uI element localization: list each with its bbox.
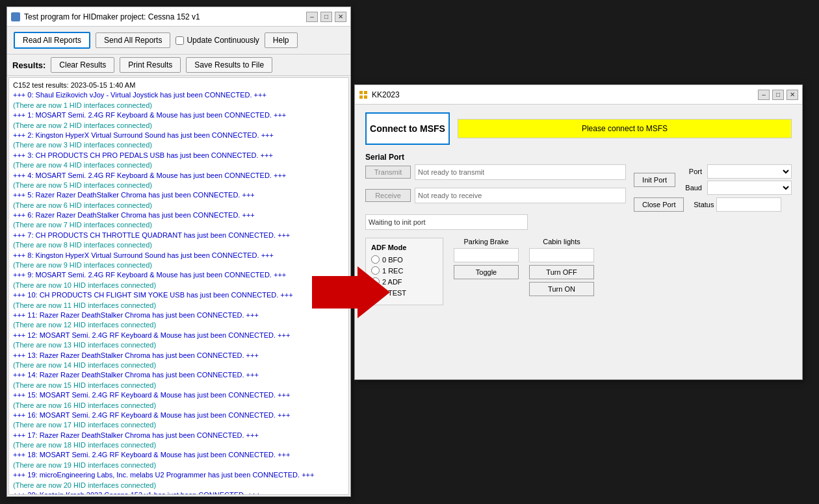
turn-on-button[interactable]: Turn ON [529, 282, 594, 296]
clear-results-button[interactable]: Clear Results [51, 57, 114, 73]
list-item: (There are now 7 HID interfaces connecte… [13, 220, 344, 230]
list-item: (There are now 13 HID interfaces connect… [13, 340, 344, 350]
list-item: +++ 16: MOSART Semi. 2.4G RF Keyboard & … [13, 410, 344, 420]
main-window-icon [11, 12, 20, 21]
adf-option-0[interactable]: 0 BFO [371, 255, 437, 264]
transmit-button[interactable]: Transmit [365, 166, 411, 179]
results-label: Results: [12, 60, 46, 70]
cabin-lights-section: Cabin lights Turn OFF Turn ON [529, 238, 594, 305]
print-results-button[interactable]: Print Results [120, 57, 181, 73]
list-item: (There are now 6 HID interfaces connecte… [13, 201, 344, 210]
second-window: KK2023 – □ ✕ Connect to MSFS Please conn… [354, 84, 803, 380]
port-row: Port [679, 164, 792, 179]
status-field [716, 197, 781, 212]
list-item: (There are now 9 HID interfaces connecte… [13, 260, 344, 270]
main-window-title: Test program for HIDmaker project: Cessn… [24, 12, 200, 21]
svg-rect-3 [359, 95, 363, 99]
port-select[interactable] [707, 164, 792, 179]
second-window-icon [359, 90, 368, 99]
list-item: +++ 18: MOSART Semi. 2.4G RF Keyboard & … [13, 450, 344, 460]
arrow-icon [312, 266, 390, 318]
svg-rect-2 [364, 91, 367, 94]
title-bar-controls: – □ ✕ [306, 12, 346, 22]
transmit-row: Transmit [365, 164, 626, 180]
list-item: (There are now 4 HID interfaces connecte… [13, 160, 344, 170]
close-port-button[interactable]: Close Port [634, 197, 684, 212]
second-content: Connect to MSFS Please connect to MSFS S… [355, 105, 802, 379]
list-item: (There are now 15 HID interfaces connect… [13, 381, 344, 390]
adf-label-0: 0 BFO [382, 256, 403, 264]
list-item: +++ 7: CH PRODUCTS CH THROTTLE QUADRANT … [13, 231, 344, 240]
svg-rect-1 [359, 91, 363, 94]
parking-brake-section: Parking Brake Toggle [454, 238, 519, 305]
list-item: (There are now 8 HID interfaces connecte… [13, 240, 344, 250]
list-item: +++ 20: Kaptain Krash 2023 Cessna 152 v1… [13, 490, 344, 495]
main-title-bar: Test program for HIDmaker project: Cessn… [7, 7, 350, 27]
turn-off-button[interactable]: Turn OFF [529, 265, 594, 279]
list-item: +++ 19: microEngineering Labs, Inc. mela… [13, 470, 344, 480]
cabin-lights-field [529, 248, 594, 262]
list-item: +++ 11: Razer Razer DeathStalker Chroma … [13, 310, 344, 320]
update-continuously-label[interactable]: Update Continuously [176, 36, 259, 45]
adf-radio-0[interactable] [371, 255, 380, 264]
list-item: (There are now 11 HID interfaces connect… [13, 301, 344, 310]
results-bar: Results: Clear Results Print Results Sav… [7, 55, 350, 76]
second-title-left: KK2023 [359, 90, 400, 99]
status-label: Status [688, 201, 714, 208]
list-item: (There are now 1 HID interfaces connecte… [13, 101, 344, 110]
second-close-button[interactable]: ✕ [786, 90, 798, 100]
results-area[interactable]: C152 test results: 2023-05-15 1:40 AM+++… [8, 77, 349, 495]
help-button[interactable]: Help [265, 32, 298, 48]
save-results-button[interactable]: Save Results to File [186, 57, 272, 73]
list-item: +++ 15: MOSART Semi. 2.4G RF Keyboard & … [13, 390, 344, 400]
main-toolbar: Read All Reports Send All Reports Update… [7, 27, 350, 55]
connect-msfs-button[interactable]: Connect to MSFS [365, 112, 450, 145]
update-continuously-checkbox[interactable] [176, 36, 184, 45]
init-port-button[interactable]: Init Port [634, 173, 675, 187]
transmit-status-field [415, 164, 626, 180]
list-item: (There are now 12 HID interfaces connect… [13, 320, 344, 330]
list-item: (There are now 5 HID interfaces connecte… [13, 181, 344, 190]
maximize-button[interactable]: □ [320, 12, 332, 22]
second-maximize-button[interactable]: □ [772, 90, 784, 100]
minimize-button[interactable]: – [306, 12, 318, 22]
list-item: +++ 10: CH PRODUCTS CH FLIGHT SIM YOKE U… [13, 290, 344, 300]
svg-marker-0 [312, 266, 390, 318]
waiting-field [365, 214, 528, 230]
send-all-reports-button[interactable]: Send All Reports [96, 32, 170, 48]
receive-button[interactable]: Receive [365, 189, 411, 202]
list-item: +++ 2: Kingston HyperX Virtual Surround … [13, 131, 344, 140]
close-button[interactable]: ✕ [335, 12, 346, 22]
msfs-status-label: Please connect to MSFS [458, 119, 792, 138]
serial-port-label: Serial Port [365, 153, 792, 162]
second-title-bar-controls: – □ ✕ [758, 90, 798, 100]
baud-select[interactable] [707, 181, 792, 195]
list-item: +++ 13: Razer Razer DeathStalker Chroma … [13, 351, 344, 360]
list-item: +++ 3: CH PRODUCTS CH PRO PEDALS USB has… [13, 151, 344, 160]
list-item: +++ 9: MOSART Semi. 2.4G RF Keyboard & M… [13, 270, 344, 280]
list-item: +++ 14: Razer Razer DeathStalker Chroma … [13, 370, 344, 380]
adf-mode-label: ADF Mode [371, 244, 437, 251]
list-item: (There are now 10 HID interfaces connect… [13, 281, 344, 290]
connect-row: Connect to MSFS Please connect to MSFS [365, 112, 792, 145]
title-bar-left: Test program for HIDmaker project: Cessn… [11, 12, 200, 21]
cabin-lights-label: Cabin lights [543, 238, 580, 246]
second-minimize-button[interactable]: – [758, 90, 770, 100]
list-item: (There are now 3 HID interfaces connecte… [13, 140, 344, 150]
list-item: C152 test results: 2023-05-15 1:40 AM [13, 81, 344, 90]
list-item: +++ 5: Razer Razer DeathStalker Chroma h… [13, 190, 344, 200]
toggle-button[interactable]: Toggle [454, 265, 519, 279]
receive-status-field [415, 188, 626, 203]
port-label: Port [679, 168, 702, 175]
second-window-title: KK2023 [372, 90, 400, 99]
list-item: +++ 0: Shaul Eizikovich vJoy - Virtual J… [13, 90, 344, 100]
list-item: (There are now 20 HID interfaces connect… [13, 481, 344, 490]
list-item: (There are now 19 HID interfaces connect… [13, 460, 344, 470]
list-item: (There are now 14 HID interfaces connect… [13, 360, 344, 370]
parking-brake-field [454, 248, 519, 262]
list-item: +++ 12: MOSART Semi. 2.4G RF Keyboard & … [13, 331, 344, 340]
read-all-reports-button[interactable]: Read All Reports [14, 32, 90, 49]
parking-brake-label: Parking Brake [463, 238, 508, 246]
serial-port-section: Serial Port Transmit Receive In [365, 153, 792, 230]
list-item: (There are now 16 HID interfaces connect… [13, 401, 344, 410]
